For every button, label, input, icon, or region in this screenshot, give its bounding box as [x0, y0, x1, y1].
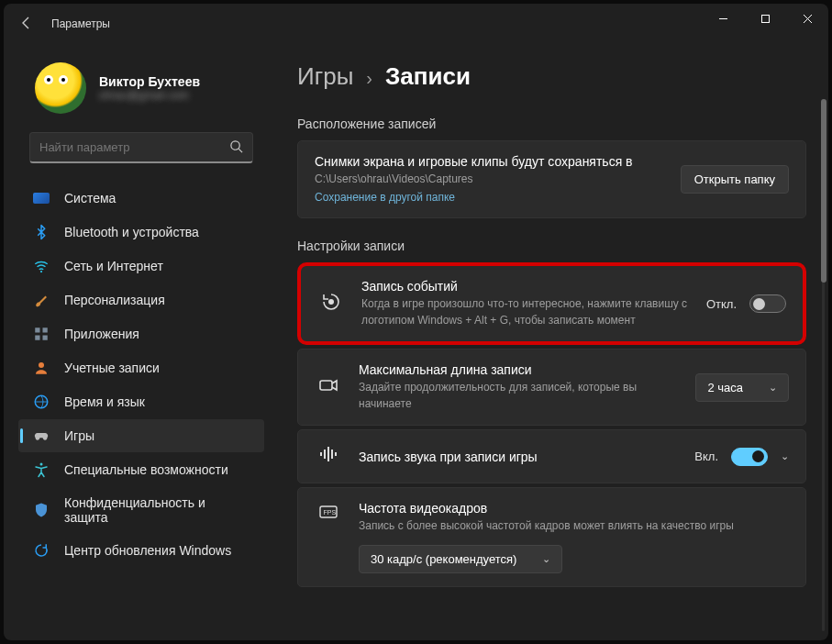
- fps-title: Частота видеокадров: [359, 501, 789, 516]
- fps-sub: Запись с более высокой частотой кадров м…: [359, 517, 789, 534]
- sidebar-item-update[interactable]: Центр обновления Windows: [18, 534, 264, 567]
- section-location-header: Расположение записей: [288, 100, 806, 140]
- location-path: C:\Users\ohrau\Videos\Captures: [315, 171, 664, 187]
- svg-rect-1: [761, 15, 769, 22]
- save-other-folder-link[interactable]: Сохранение в другой папке: [315, 191, 455, 204]
- svg-rect-5: [35, 328, 39, 332]
- sidebar-item-label: Центр обновления Windows: [64, 543, 231, 558]
- sidebar-item-time[interactable]: Время и язык: [18, 385, 264, 418]
- location-desc: Снимки экрана и игровые клипы будут сохр…: [315, 154, 664, 169]
- maximize-button[interactable]: [744, 4, 786, 33]
- svg-point-2: [231, 140, 239, 149]
- svg-point-9: [39, 362, 44, 368]
- wifi-icon: [33, 258, 50, 274]
- monitor-icon: [33, 190, 50, 206]
- svg-text:FPS: FPS: [324, 509, 337, 516]
- audio-wave-icon: [315, 443, 342, 470]
- capture-state-label: Откл.: [706, 297, 737, 311]
- accessibility-icon: [33, 461, 50, 478]
- window-title: Параметры: [51, 17, 110, 30]
- chevron-down-icon[interactable]: ⌄: [781, 450, 789, 462]
- gamepad-icon: [33, 427, 50, 444]
- user-icon: [33, 360, 50, 376]
- apps-icon: [33, 326, 50, 342]
- maxlen-title: Максимальная длина записи: [359, 362, 679, 377]
- location-card: Снимки экрана и игровые клипы будут сохр…: [297, 140, 806, 218]
- scrollbar-thumb[interactable]: [821, 99, 826, 283]
- minimize-button[interactable]: [702, 4, 744, 33]
- svg-rect-13: [320, 381, 332, 390]
- sidebar-item-gaming[interactable]: Игры: [18, 419, 264, 452]
- max-length-select[interactable]: 2 часа ⌄: [695, 373, 789, 402]
- globe-clock-icon: [33, 394, 50, 410]
- settings-window: Параметры Виктор Бухтеев ohrau@gmail.com: [4, 4, 828, 640]
- sidebar-item-label: Игры: [64, 428, 94, 443]
- history-icon: [317, 291, 345, 317]
- search-input[interactable]: [39, 140, 229, 154]
- svg-point-11: [40, 463, 43, 466]
- audio-toggle[interactable]: [731, 448, 768, 466]
- svg-point-12: [328, 299, 334, 305]
- sidebar-item-label: Система: [64, 191, 116, 205]
- sidebar-item-system[interactable]: Система: [18, 182, 264, 215]
- search-box[interactable]: [29, 132, 253, 163]
- sidebar-item-label: Учетные записи: [64, 361, 160, 375]
- nav-list: Система Bluetooth и устройства Сеть и Ин…: [11, 176, 272, 572]
- sidebar-item-label: Время и язык: [64, 394, 145, 409]
- svg-rect-6: [43, 328, 48, 332]
- shield-icon: [33, 502, 50, 518]
- sidebar: Виктор Бухтеев ohrau@gmail.com Система: [4, 44, 279, 640]
- sidebar-item-personalization[interactable]: Персонализация: [18, 283, 264, 316]
- breadcrumb: Игры › Записи: [288, 62, 806, 100]
- capture-title: Запись событий: [361, 279, 690, 294]
- sidebar-item-privacy[interactable]: Конфиденциальность и защита: [18, 487, 264, 533]
- profile-name: Виктор Бухтеев: [99, 74, 200, 89]
- sidebar-item-apps[interactable]: Приложения: [18, 317, 264, 350]
- fps-icon: FPS: [315, 501, 342, 527]
- audio-title: Запись звука при записи игры: [359, 450, 678, 464]
- chevron-down-icon: ⌄: [769, 382, 777, 394]
- capture-toggle[interactable]: [749, 294, 786, 313]
- maxlen-sub: Задайте продолжительность для записей, к…: [359, 379, 679, 412]
- profile-email: ohrau@gmail.com: [99, 89, 200, 102]
- svg-rect-7: [35, 336, 39, 340]
- camera-icon: [315, 374, 342, 401]
- max-length-value: 2 часа: [707, 381, 743, 394]
- open-folder-button[interactable]: Открыть папку: [681, 165, 789, 194]
- max-length-card[interactable]: Максимальная длина записи Задайте продол…: [297, 349, 806, 426]
- brush-icon: [33, 292, 50, 308]
- audio-state-label: Вкл.: [694, 450, 718, 463]
- audio-card[interactable]: Запись звука при записи игры Вкл. ⌄: [297, 429, 806, 483]
- section-settings-header: Настройки записи: [288, 222, 806, 262]
- chevron-right-icon: ›: [366, 68, 372, 89]
- sidebar-item-bluetooth[interactable]: Bluetooth и устройства: [18, 216, 264, 249]
- sidebar-item-accessibility[interactable]: Специальные возможности: [18, 453, 264, 486]
- svg-point-4: [40, 271, 42, 272]
- fps-value: 30 кадр/с (рекомендуется): [371, 552, 516, 566]
- back-button[interactable]: [17, 16, 37, 33]
- bluetooth-icon: [33, 224, 50, 240]
- chevron-down-icon: ⌄: [542, 553, 550, 565]
- profile-block[interactable]: Виктор Бухтеев ohrau@gmail.com: [11, 53, 272, 130]
- sidebar-item-label: Приложения: [64, 327, 139, 341]
- svg-rect-8: [43, 336, 48, 340]
- close-button[interactable]: [786, 4, 828, 33]
- update-icon: [33, 542, 50, 559]
- avatar: [35, 62, 86, 114]
- fps-card: FPS Частота видеокадров Запись с более в…: [297, 487, 806, 587]
- capture-events-card[interactable]: Запись событий Когда в игре произошло чт…: [297, 262, 806, 345]
- fps-select[interactable]: 30 кадр/с (рекомендуется) ⌄: [359, 545, 562, 573]
- breadcrumb-current: Записи: [385, 62, 471, 91]
- sidebar-item-network[interactable]: Сеть и Интернет: [18, 250, 264, 283]
- main-content: Игры › Записи Расположение записей Снимк…: [279, 44, 828, 640]
- svg-line-3: [239, 149, 242, 152]
- sidebar-item-label: Специальные возможности: [64, 462, 228, 477]
- sidebar-item-label: Конфиденциальность и защита: [64, 495, 250, 525]
- capture-sub: Когда в игре произошло что-то интересное…: [361, 295, 690, 328]
- sidebar-item-accounts[interactable]: Учетные записи: [18, 351, 264, 384]
- sidebar-item-label: Bluetooth и устройства: [64, 225, 199, 239]
- titlebar: Параметры: [4, 4, 828, 44]
- sidebar-item-label: Персонализация: [64, 293, 165, 307]
- breadcrumb-parent[interactable]: Игры: [297, 62, 353, 91]
- sidebar-item-label: Сеть и Интернет: [64, 259, 163, 273]
